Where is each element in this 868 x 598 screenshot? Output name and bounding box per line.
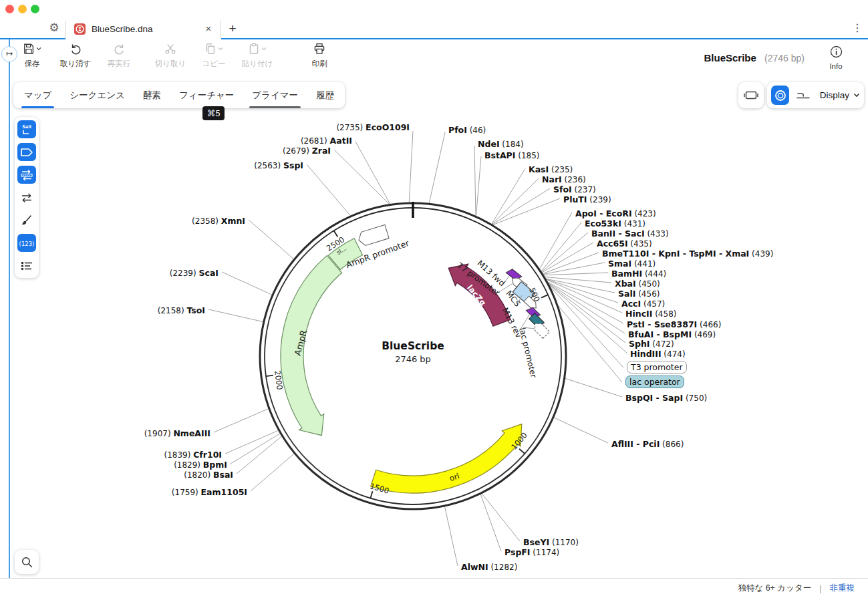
minimap-icon	[796, 90, 811, 101]
tab-map[interactable]: マップ	[24, 82, 51, 108]
tab-history[interactable]: 履歴	[316, 82, 334, 108]
enzyme-label[interactable]: (2735) EcoO109I	[336, 120, 410, 133]
feature-label-box[interactable]: T3 promoter	[627, 361, 687, 373]
feature-label-box[interactable]: lac operator	[625, 376, 684, 388]
tab-primers[interactable]: プライマー	[252, 82, 298, 108]
tab-features[interactable]: フィーチャー	[179, 82, 234, 108]
svg-text:SalI: SalI	[22, 124, 31, 130]
tab-enzymes[interactable]: 酵素	[143, 82, 161, 108]
feature-AmpR[interactable]	[281, 255, 342, 435]
svg-text:(123): (123)	[19, 240, 35, 247]
info-button[interactable]: Info	[823, 45, 849, 70]
chevron-down-icon	[853, 93, 860, 98]
enzyme-label[interactable]: PluTI (239)	[563, 192, 611, 205]
show-enzymes-button[interactable]: SalI	[17, 120, 36, 138]
view-tabs: マップシークエンス酵素フィーチャープライマー履歴	[13, 82, 345, 108]
linear-map-button[interactable]	[741, 86, 761, 105]
brush-icon	[21, 214, 33, 227]
linear-view-card	[738, 82, 764, 108]
enzyme-label[interactable]: AflIII - PciI (866)	[611, 437, 684, 450]
show-translations-button[interactable]	[17, 188, 36, 206]
enzyme-label[interactable]: (2158) TsoI	[158, 303, 205, 316]
arrows-icon	[20, 192, 33, 203]
enzyme-label[interactable]: BspQI - SapI (750)	[625, 391, 707, 404]
document-name: BlueScribe	[704, 52, 756, 63]
enzyme-label[interactable]: (2679) ZraI	[283, 144, 331, 156]
enzyme-label[interactable]: (1820) BsaI	[184, 468, 233, 480]
plasmid-size: 2746 bp	[382, 354, 444, 364]
enzyme-label[interactable]: (2358) XmnI	[192, 214, 245, 227]
document-size: (2746 bp)	[764, 53, 805, 63]
shortcut-tooltip: ⌘5	[202, 106, 225, 120]
primer-icon	[19, 169, 34, 181]
search-button[interactable]	[15, 550, 39, 574]
tab-label: フィーチャー	[179, 90, 234, 102]
tab-label: マップ	[24, 90, 51, 102]
feature-arrow-icon	[19, 147, 34, 158]
enzyme-label[interactable]: HindIII (474)	[630, 347, 686, 359]
tab-label: 履歴	[316, 90, 334, 102]
enzyme-label[interactable]: PfoI (46)	[448, 123, 486, 136]
enzyme-label[interactable]: AlwNI (1282)	[461, 560, 517, 573]
show-primers-button[interactable]	[17, 166, 36, 184]
display-controls-card: Display	[767, 82, 864, 108]
expand-sidebar-button[interactable]: ↦	[1, 46, 17, 62]
tab-label: シークエンス	[69, 90, 125, 102]
map-side-toolbar: SalI (123)	[15, 117, 39, 278]
linear-map-icon	[744, 90, 758, 101]
plasmid-name: BlueScribe	[382, 340, 444, 352]
plasmid-title: BlueScribe 2746 bp	[382, 340, 444, 364]
legend-button[interactable]	[17, 257, 36, 275]
cutter-filter-status: 独特な 6+ カッター	[738, 583, 811, 594]
minimap-button[interactable]	[794, 86, 812, 105]
tab-sequence[interactable]: シークエンス	[69, 82, 125, 108]
info-icon	[830, 45, 843, 58]
non-overlapping-link[interactable]: 非重複	[830, 583, 855, 594]
ampr-promoter-arrow[interactable]	[357, 225, 389, 247]
tab-label: プライマー	[252, 90, 298, 102]
show-numbering-button[interactable]: (123)	[17, 234, 36, 252]
style-brush-button[interactable]	[17, 211, 36, 229]
enzyme-label[interactable]: BstAPI (185)	[484, 148, 540, 161]
legend-icon	[20, 261, 33, 271]
circular-map-button[interactable]	[771, 86, 789, 105]
enzyme-label[interactable]: PspFI (1174)	[504, 545, 559, 558]
sidebar-divider	[9, 39, 10, 578]
enzyme-label[interactable]: (2563) SspI	[254, 158, 303, 171]
document-header: BlueScribe (2746 bp)	[704, 52, 805, 63]
circular-map-icon	[774, 89, 787, 102]
display-menu[interactable]: Display	[820, 90, 860, 100]
enzyme-label[interactable]: (2239) ScaI	[170, 266, 219, 279]
tab-label: 酵素	[143, 90, 161, 102]
search-icon	[21, 556, 33, 569]
enzyme-label[interactable]: (1759) Eam1105I	[172, 485, 247, 498]
show-features-button[interactable]	[17, 143, 36, 161]
enzyme-label[interactable]: (1907) NmeAIII	[144, 426, 210, 439]
status-bar: 独特な 6+ カッター | 非重複	[0, 578, 868, 598]
